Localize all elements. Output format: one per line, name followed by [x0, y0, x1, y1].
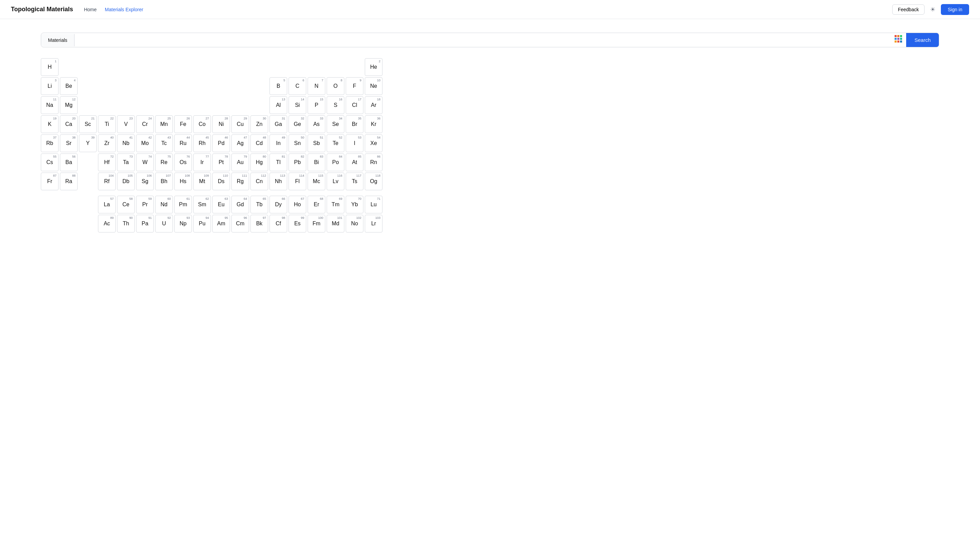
nav-home[interactable]: Home: [84, 7, 97, 12]
element-mo[interactable]: 42Mo: [136, 134, 154, 152]
element-p[interactable]: 15P: [308, 96, 325, 114]
element-sr[interactable]: 38Sr: [60, 134, 78, 152]
element-er[interactable]: 68Er: [308, 196, 325, 213]
element-am[interactable]: 95Am: [212, 215, 230, 232]
element-mt[interactable]: 109Mt: [193, 173, 211, 190]
element-rg[interactable]: 111Rg: [231, 173, 249, 190]
element-tc[interactable]: 43Tc: [155, 134, 173, 152]
search-button[interactable]: Search: [906, 33, 939, 47]
element-ge[interactable]: 32Ge: [288, 115, 306, 133]
element-tb[interactable]: 65Tb: [250, 196, 268, 213]
signin-button[interactable]: Sign in: [941, 4, 969, 15]
element-sm[interactable]: 62Sm: [193, 196, 211, 213]
element-br[interactable]: 35Br: [346, 115, 363, 133]
element-c[interactable]: 6C: [288, 77, 306, 95]
element-cr[interactable]: 24Cr: [136, 115, 154, 133]
element-li[interactable]: 3Li: [41, 77, 59, 95]
element-ni[interactable]: 28Ni: [212, 115, 230, 133]
element-xe[interactable]: 54Xe: [365, 134, 382, 152]
element-nd[interactable]: 60Nd: [155, 196, 173, 213]
element-n[interactable]: 7N: [308, 77, 325, 95]
element-u[interactable]: 92U: [155, 215, 173, 232]
element-ta[interactable]: 73Ta: [117, 153, 135, 171]
element-ac[interactable]: 89Ac: [98, 215, 116, 232]
element-eu[interactable]: 63Eu: [212, 196, 230, 213]
search-input[interactable]: [75, 34, 891, 46]
element-ir[interactable]: 77Ir: [193, 153, 211, 171]
element-v[interactable]: 23V: [117, 115, 135, 133]
element-kr[interactable]: 36Kr: [365, 115, 382, 133]
element-sn[interactable]: 50Sn: [288, 134, 306, 152]
element-cm[interactable]: 96Cm: [231, 215, 249, 232]
element-lr[interactable]: 103Lr: [365, 215, 382, 232]
element-pr[interactable]: 59Pr: [136, 196, 154, 213]
element-cf[interactable]: 98Cf: [269, 215, 287, 232]
element-rh[interactable]: 45Rh: [193, 134, 211, 152]
element-pb[interactable]: 82Pb: [288, 153, 306, 171]
element-cn[interactable]: 112Cn: [250, 173, 268, 190]
element-yb[interactable]: 70Yb: [346, 196, 363, 213]
element-pt[interactable]: 78Pt: [212, 153, 230, 171]
element-ds[interactable]: 110Ds: [212, 173, 230, 190]
element-fl[interactable]: 114Fl: [288, 173, 306, 190]
element-th[interactable]: 90Th: [117, 215, 135, 232]
element-hf[interactable]: 72Hf: [98, 153, 116, 171]
element-pd[interactable]: 46Pd: [212, 134, 230, 152]
periodic-table-icon[interactable]: [891, 33, 906, 47]
element-co[interactable]: 27Co: [193, 115, 211, 133]
feedback-button[interactable]: Feedback: [892, 5, 924, 14]
element-fm[interactable]: 100Fm: [308, 215, 325, 232]
element-rn[interactable]: 86Rn: [365, 153, 382, 171]
element-te[interactable]: 52Te: [327, 134, 344, 152]
element-ar[interactable]: 18Ar: [365, 96, 382, 114]
element-b[interactable]: 5B: [269, 77, 287, 95]
element-sc[interactable]: 21Sc: [79, 115, 97, 133]
element-no[interactable]: 102No: [346, 215, 363, 232]
search-tab-materials[interactable]: Materials: [41, 34, 75, 46]
element-sb[interactable]: 51Sb: [308, 134, 325, 152]
element-s[interactable]: 16S: [327, 96, 344, 114]
element-nh[interactable]: 113Nh: [269, 173, 287, 190]
element-tm[interactable]: 69Tm: [327, 196, 344, 213]
element-bh[interactable]: 107Bh: [155, 173, 173, 190]
element-pa[interactable]: 91Pa: [136, 215, 154, 232]
element-k[interactable]: 19K: [41, 115, 59, 133]
element-zr[interactable]: 40Zr: [98, 134, 116, 152]
element-ru[interactable]: 44Ru: [174, 134, 192, 152]
element-mc[interactable]: 115Mc: [308, 173, 325, 190]
element-f[interactable]: 9F: [346, 77, 363, 95]
element-hg[interactable]: 80Hg: [250, 153, 268, 171]
element-pm[interactable]: 61Pm: [174, 196, 192, 213]
element-bi[interactable]: 83Bi: [308, 153, 325, 171]
element-md[interactable]: 101Md: [327, 215, 344, 232]
element-rf[interactable]: 104Rf: [98, 173, 116, 190]
element-cs[interactable]: 55Cs: [41, 153, 59, 171]
element-al[interactable]: 13Al: [269, 96, 287, 114]
element-re[interactable]: 75Re: [155, 153, 173, 171]
element-ga[interactable]: 31Ga: [269, 115, 287, 133]
element-cu[interactable]: 29Cu: [231, 115, 249, 133]
element-lu[interactable]: 71Lu: [365, 196, 382, 213]
element-he[interactable]: 2He: [365, 58, 382, 76]
element-la[interactable]: 57La: [98, 196, 116, 213]
element-ag[interactable]: 47Ag: [231, 134, 249, 152]
element-os[interactable]: 76Os: [174, 153, 192, 171]
element-lv[interactable]: 116Lv: [327, 173, 344, 190]
nav-materials-explorer[interactable]: Materials Explorer: [105, 7, 143, 12]
element-ra[interactable]: 88Ra: [60, 173, 78, 190]
element-i[interactable]: 53I: [346, 134, 363, 152]
element-cl[interactable]: 17Cl: [346, 96, 363, 114]
theme-toggle-button[interactable]: ☀: [929, 5, 937, 14]
element-nb[interactable]: 41Nb: [117, 134, 135, 152]
element-ti[interactable]: 22Ti: [98, 115, 116, 133]
element-w[interactable]: 74W: [136, 153, 154, 171]
element-ba[interactable]: 56Ba: [60, 153, 78, 171]
element-hs[interactable]: 108Hs: [174, 173, 192, 190]
element-dy[interactable]: 66Dy: [269, 196, 287, 213]
element-fr[interactable]: 87Fr: [41, 173, 59, 190]
element-ca[interactable]: 20Ca: [60, 115, 78, 133]
element-og[interactable]: 118Og: [365, 173, 382, 190]
element-as[interactable]: 33As: [308, 115, 325, 133]
element-tl[interactable]: 81Tl: [269, 153, 287, 171]
element-ts[interactable]: 117Ts: [346, 173, 363, 190]
